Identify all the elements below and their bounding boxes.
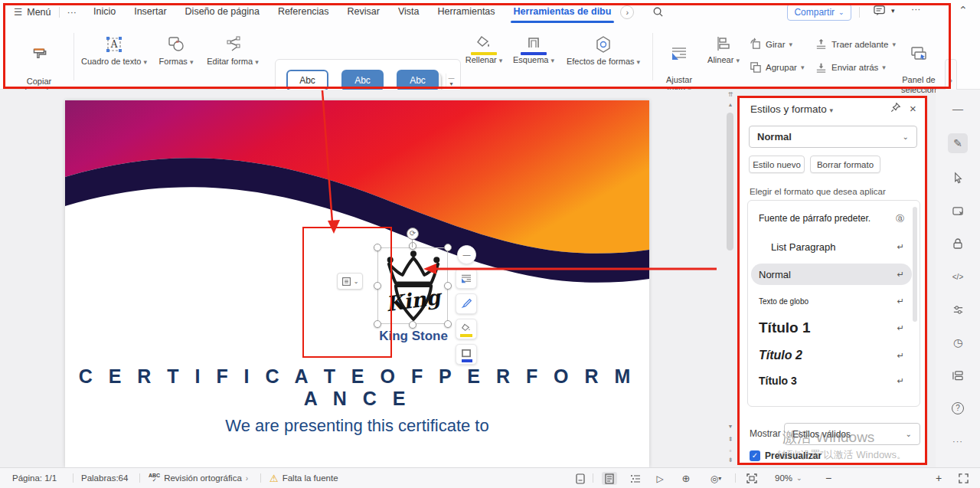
selection-pane-button[interactable]: Panel de selección bbox=[894, 34, 943, 95]
send-backward-button[interactable]: Enviar atrás▾ bbox=[815, 61, 886, 74]
shape-effects-button[interactable]: Efectos de formas ▾ bbox=[559, 34, 648, 67]
style-item-default-paragraph-font[interactable]: Fuente de párrafo predeter. ⓐ bbox=[751, 210, 912, 227]
resize-handle-ne[interactable] bbox=[444, 244, 452, 251]
quick-brush-button[interactable] bbox=[456, 293, 477, 314]
rotate-button[interactable]: Girar▾ bbox=[749, 38, 792, 51]
bring-forward-button[interactable]: Traer adelante▾ bbox=[815, 38, 896, 51]
clear-format-button[interactable]: Borrar formato bbox=[810, 156, 880, 173]
web-layout-button[interactable]: ⊕ bbox=[678, 472, 694, 485]
tab-referencias[interactable]: Referencias bbox=[269, 0, 338, 24]
zoom-in-button[interactable]: + bbox=[936, 468, 942, 488]
shape-fill-button[interactable]: Rellenar ▾ bbox=[459, 34, 508, 66]
outline-view-button[interactable] bbox=[628, 472, 643, 485]
quick-outline-button[interactable] bbox=[456, 344, 477, 365]
select-tool-button[interactable] bbox=[948, 169, 968, 186]
style-item-heading-2[interactable]: Título 2 ↵ bbox=[751, 345, 912, 366]
comments-button[interactable]: ▾ bbox=[865, 5, 903, 17]
hide-whitespace-icon[interactable]: ⇈ bbox=[723, 91, 738, 98]
style-item-heading-1[interactable]: Título 1 ↵ bbox=[751, 316, 912, 340]
gallery-more-button[interactable]: —▾ bbox=[446, 74, 456, 87]
style-item-heading-3[interactable]: Título 3 ↵ bbox=[751, 371, 912, 391]
tab-herramientas-de-dibujo[interactable]: Herramientas de dibu bbox=[505, 0, 621, 24]
text-box-button[interactable]: A Cuadro de texto ▾ bbox=[77, 34, 152, 67]
word-count[interactable]: Palabras:64 bbox=[81, 468, 128, 488]
align-button[interactable]: Alinear ▾ bbox=[701, 34, 746, 66]
code-view-button[interactable]: </> bbox=[948, 268, 968, 285]
reject-card-button[interactable] bbox=[948, 202, 968, 219]
shape-style-option-1[interactable]: Abc bbox=[286, 70, 328, 91]
read-mode-button[interactable]: ▷ bbox=[652, 472, 668, 485]
wrap-text-button[interactable]: Ajustar texto ▾ bbox=[657, 34, 701, 96]
rotate-handle[interactable]: ⟳ bbox=[407, 228, 419, 240]
page-indicator[interactable]: Página: 1/1 bbox=[12, 468, 57, 488]
shapes-button[interactable]: a Formas ▾ bbox=[153, 34, 199, 67]
print-layout-view-button[interactable] bbox=[602, 472, 617, 485]
more-options-button[interactable]: ··· bbox=[903, 4, 929, 15]
selected-image-bounding-box[interactable]: King bbox=[377, 247, 448, 324]
spell-check-status[interactable]: ABC✓ Revisión ortográfica › bbox=[149, 468, 248, 488]
group-button[interactable]: Agrupar▾ bbox=[749, 61, 804, 74]
previous-page-button[interactable]: ⇞ bbox=[723, 436, 738, 443]
quick-fill-button[interactable] bbox=[456, 319, 477, 339]
copy-format-button[interactable]: Copiar formato bbox=[14, 34, 64, 97]
style-list-scrollbar[interactable] bbox=[913, 207, 917, 322]
fit-page-button[interactable] bbox=[744, 472, 760, 485]
tab-vista[interactable]: Vista bbox=[389, 0, 429, 24]
help-button[interactable]: ? bbox=[948, 400, 968, 417]
resize-handle-se[interactable] bbox=[444, 320, 452, 328]
navigation-pane-button[interactable] bbox=[948, 367, 968, 384]
main-menu-button[interactable]: ☰ Menú bbox=[6, 6, 59, 18]
zoom-out-button[interactable]: − bbox=[825, 468, 831, 488]
style-item-normal[interactable]: Normal ↵ bbox=[751, 264, 912, 285]
zoom-level[interactable]: 90%⌄ bbox=[775, 468, 802, 488]
show-styles-dropdown[interactable]: Estilos válidos ⌄ bbox=[784, 423, 920, 445]
current-style-dropdown[interactable]: Normal ⌄ bbox=[749, 126, 917, 148]
scrollbar-thumb[interactable] bbox=[727, 113, 733, 251]
shape-outline-button[interactable]: Esquema ▾ bbox=[508, 34, 559, 66]
collapse-sidebar-button[interactable]: — bbox=[948, 100, 968, 117]
collapse-ribbon-button[interactable]: ⌃ bbox=[951, 4, 975, 16]
document-page[interactable]: C E R T I F I C A T E O F P E R F O R M … bbox=[65, 100, 649, 467]
more-tabs-button[interactable]: ··· bbox=[60, 7, 85, 18]
new-style-button[interactable]: Estilo nuevo bbox=[749, 156, 805, 173]
more-tools-button[interactable]: ··· bbox=[948, 433, 968, 450]
layout-options-button[interactable]: ⌄ bbox=[337, 273, 363, 290]
edit-mode-button[interactable]: ✎ bbox=[948, 133, 968, 153]
quick-wrap-text-button[interactable] bbox=[456, 268, 477, 289]
eye-protection-button[interactable]: ◎▾ bbox=[704, 472, 727, 485]
next-page-button[interactable]: ⇟ bbox=[723, 457, 738, 463]
style-item-list-paragraph[interactable]: List Paragraph ↵ bbox=[751, 237, 912, 256]
fullscreen-button[interactable] bbox=[956, 472, 971, 485]
vertical-scrollbar[interactable]: ⇈ ▲ ▼ ⇞ ▫ ⇟ bbox=[723, 90, 738, 467]
missing-font-warning[interactable]: ⚠ Falta la fuente bbox=[270, 468, 338, 488]
panel-title[interactable]: Estilos y formato ▾ bbox=[750, 103, 833, 115]
resize-handle-s[interactable] bbox=[409, 321, 416, 329]
tab-insertar[interactable]: Insertar bbox=[125, 0, 175, 24]
tab-herramientas[interactable]: Herramientas bbox=[429, 0, 505, 24]
resize-handle-w[interactable] bbox=[374, 282, 381, 290]
select-browse-object-button[interactable]: ▫ bbox=[723, 447, 738, 454]
page-thumbnail-button[interactable] bbox=[573, 472, 588, 485]
lock-button[interactable] bbox=[948, 235, 968, 252]
scroll-down-arrow[interactable]: ▼ bbox=[723, 424, 738, 429]
settings-sliders-button[interactable] bbox=[948, 301, 968, 318]
document-canvas[interactable]: C E R T I F I C A T E O F P E R F O R M … bbox=[0, 90, 720, 467]
shape-style-option-3[interactable]: Abc bbox=[397, 70, 439, 91]
close-panel-button[interactable]: × bbox=[910, 102, 916, 115]
scroll-up-arrow[interactable]: ▲ bbox=[723, 102, 738, 107]
edit-shape-button[interactable]: Editar forma ▾ bbox=[201, 34, 265, 67]
preview-checkbox-row[interactable]: ✓ Previsualizar bbox=[750, 450, 822, 461]
tab-revisar[interactable]: Revisar bbox=[338, 0, 389, 24]
style-item-balloon-text[interactable]: Texto de globo ↵ bbox=[751, 293, 912, 310]
share-button[interactable]: Compartir ⌄ bbox=[787, 4, 851, 21]
pin-panel-button[interactable] bbox=[890, 102, 901, 113]
resize-handle-sw[interactable] bbox=[374, 320, 381, 328]
resize-handle-e[interactable] bbox=[444, 282, 452, 290]
shape-style-option-2[interactable]: Abc bbox=[341, 70, 384, 91]
tab-scroll-right-button[interactable]: › bbox=[620, 5, 634, 19]
resize-handle-n[interactable] bbox=[409, 242, 416, 250]
resize-handle-nw[interactable] bbox=[374, 244, 381, 251]
search-button[interactable] bbox=[645, 6, 671, 18]
collapse-quick-toolbar-button[interactable]: — bbox=[457, 245, 476, 264]
tab-diseno-de-pagina[interactable]: Diseño de página bbox=[176, 0, 269, 24]
